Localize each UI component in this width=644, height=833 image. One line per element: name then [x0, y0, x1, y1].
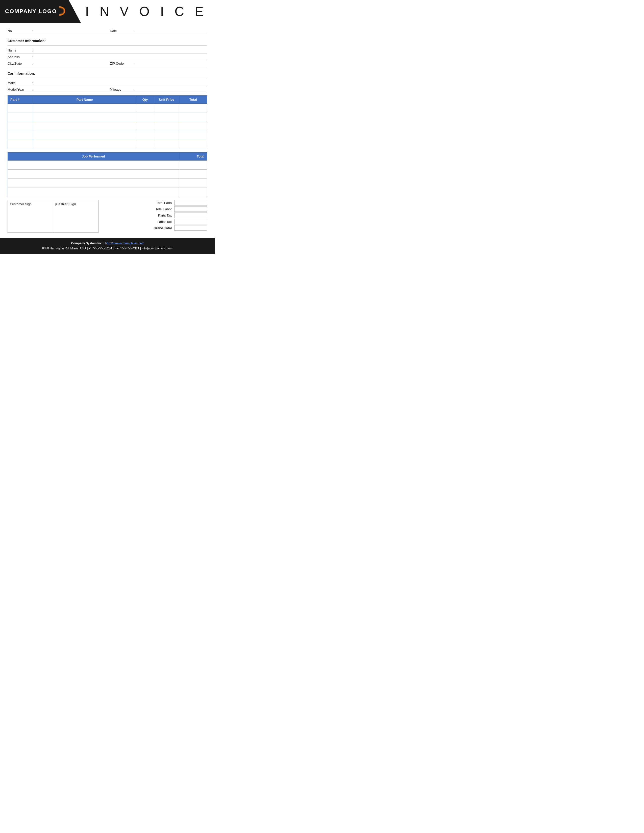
customer-address-label: Address: [8, 55, 30, 59]
parts-tax-label: Parts Tax: [147, 214, 172, 217]
customer-address-field: Address :: [8, 55, 207, 59]
invoice-no-colon: :: [32, 29, 33, 33]
table-row: [8, 179, 207, 188]
part-qty-cell: [136, 113, 154, 122]
invoice-date-label: Date: [110, 29, 133, 33]
job-desc-cell: [8, 188, 179, 197]
customer-citystate-field: City/State :: [8, 61, 105, 65]
part-unitprice-cell: [154, 104, 179, 113]
invoice-title: I N V O I C E: [85, 4, 207, 19]
customer-info-section: Customer Information: Name : Address : C…: [8, 37, 207, 67]
cashier-sign-label: [Cashier] Sign: [55, 202, 96, 206]
part-name-cell: [33, 104, 136, 113]
parts-tax-value: [174, 212, 207, 218]
total-labor-row: Total Labor: [103, 206, 207, 212]
customer-citystate-row: City/State : ZIP Code :: [8, 60, 207, 67]
parts-table-body: [8, 104, 207, 149]
part-qty-cell: [136, 122, 154, 131]
car-modelyear-label: Model/Year: [8, 88, 30, 92]
footer-company-name: Company System Inc.: [71, 241, 103, 245]
table-row: [8, 140, 207, 149]
bottom-section: Customer Sign [Cashier] Sign Total Parts…: [8, 200, 207, 233]
table-row: [8, 170, 207, 179]
footer-website-link[interactable]: http://freewordtemplates.net/: [105, 241, 143, 245]
grand-total-label: Grand Total: [147, 226, 172, 230]
part-num-cell: [8, 104, 33, 113]
job-desc-cell: [8, 179, 179, 188]
invoice-date-colon: :: [135, 29, 135, 33]
part-num-cell: [8, 113, 33, 122]
table-row: [8, 104, 207, 113]
job-total-cell: [179, 161, 207, 170]
part-num-cell: [8, 131, 33, 140]
labor-tax-label: Labor Tax: [147, 220, 172, 224]
customer-name-label: Name: [8, 48, 30, 52]
customer-name-row: Name :: [8, 47, 207, 54]
job-total-cell: [179, 170, 207, 179]
part-name-cell: [33, 140, 136, 149]
parts-col-unitprice: Unit Price: [154, 96, 179, 104]
grand-total-row: Grand Total: [103, 225, 207, 231]
car-mileage-label: Mileage: [110, 88, 133, 92]
main-content: No : Date : Customer Information: Name :…: [0, 23, 215, 233]
job-table-body: [8, 161, 207, 197]
table-row: [8, 161, 207, 170]
table-row: [8, 113, 207, 122]
labor-tax-row: Labor Tax: [103, 219, 207, 224]
grand-total-value: [174, 225, 207, 231]
total-labor-value: [174, 206, 207, 212]
parts-col-total: Total: [179, 96, 207, 104]
footer-line-1: Company System Inc. | http://freewordtem…: [5, 241, 209, 246]
part-name-cell: [33, 113, 136, 122]
job-desc-cell: [8, 170, 179, 179]
part-qty-cell: [136, 131, 154, 140]
totals-area: Total Parts Total Labor Parts Tax Labor …: [103, 200, 207, 231]
parts-col-qty: Qty: [136, 96, 154, 104]
company-logo-text: COMPANY LOGO: [5, 8, 57, 14]
customer-sign-box: Customer Sign: [8, 200, 53, 233]
job-table-header-row: Job Performed Total: [8, 153, 207, 161]
car-mileage-field: Mileage :: [110, 88, 207, 92]
part-total-cell: [179, 104, 207, 113]
job-total-cell: [179, 188, 207, 197]
invoice-meta-row: No : Date :: [8, 28, 207, 34]
invoice-no-field: No :: [8, 29, 105, 33]
page-header: COMPANY LOGO I N V O I C E: [0, 0, 215, 23]
footer-line-2: 8030 Harrington Rd, Miami, USA | Ph 555-…: [5, 246, 209, 251]
car-info-section: Car Information: Make : Model/Year : Mil…: [8, 69, 207, 93]
part-total-cell: [179, 122, 207, 131]
customer-address-row: Address :: [8, 54, 207, 60]
labor-tax-value: [174, 219, 207, 224]
car-modelyear-field: Model/Year :: [8, 88, 105, 92]
customer-divider-1: [8, 45, 207, 46]
parts-table-header-row: Part # Part Name Qty Unit Price Total: [8, 96, 207, 104]
car-make-field: Make :: [8, 81, 207, 85]
customer-name-field: Name :: [8, 48, 207, 52]
parts-tax-row: Parts Tax: [103, 212, 207, 218]
job-total-cell: [179, 179, 207, 188]
total-parts-value: [174, 200, 207, 206]
job-desc-cell: [8, 161, 179, 170]
part-num-cell: [8, 140, 33, 149]
total-parts-row: Total Parts: [103, 200, 207, 206]
part-unitprice-cell: [154, 131, 179, 140]
part-unitprice-cell: [154, 113, 179, 122]
invoice-date-field: Date :: [110, 29, 207, 33]
customer-info-header: Customer Information:: [8, 37, 207, 44]
customer-sign-label: Customer Sign: [10, 202, 51, 206]
invoice-title-area: I N V O I C E: [81, 0, 215, 23]
part-total-cell: [179, 131, 207, 140]
part-num-cell: [8, 122, 33, 131]
cashier-sign-box: [Cashier] Sign: [53, 200, 98, 233]
car-info-header: Car Information:: [8, 69, 207, 77]
logo-icon: [53, 5, 66, 18]
car-modelyear-row: Model/Year : Mileage :: [8, 86, 207, 93]
job-col-job: Job Performed: [8, 153, 179, 161]
parts-table: Part # Part Name Qty Unit Price Total: [8, 95, 207, 149]
job-col-total: Total: [179, 153, 207, 161]
part-unitprice-cell: [154, 140, 179, 149]
customer-zip-label: ZIP Code: [110, 61, 133, 65]
invoice-no-label: No: [8, 29, 30, 33]
part-name-cell: [33, 122, 136, 131]
total-labor-label: Total Labor: [147, 207, 172, 211]
